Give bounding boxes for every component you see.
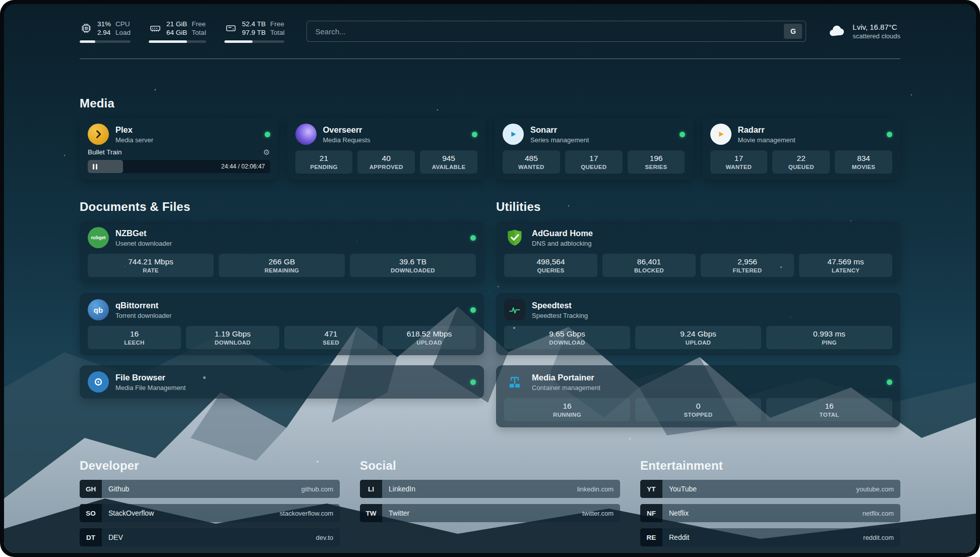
developer-heading: Developer (80, 459, 340, 473)
sonarr-icon (503, 124, 524, 145)
social-heading: Social (360, 459, 620, 473)
qbittorrent-icon: qb (88, 299, 109, 320)
stat-value: 834 (836, 153, 891, 163)
bookmark-stackoverflow[interactable]: SO StackOverflow stackoverflow.com (80, 504, 340, 522)
disk-total-label: Total (270, 28, 285, 37)
stat-tile: 16 LEECH (88, 326, 181, 349)
bookmark-name: Reddit (669, 533, 689, 541)
overseerr-icon (295, 124, 317, 145)
card-subtitle: Movie management (738, 136, 795, 144)
card-title: Radarr (738, 125, 795, 135)
stat-label: UPLOAD (384, 340, 475, 346)
status-dot (887, 132, 892, 137)
status-dot (887, 379, 892, 385)
stat-value: 1.19 Gbps (187, 329, 278, 339)
stat-label: LEECH (89, 340, 180, 346)
stat-label: QUERIES (505, 267, 596, 273)
stat-label: BLOCKED (603, 267, 695, 273)
stat-value: 471 (285, 329, 377, 339)
stat-value: 0.993 ms (767, 329, 891, 339)
search-input[interactable] (314, 27, 784, 36)
stat-value: 21 (296, 153, 352, 163)
stat-tile: 471 SEED (284, 326, 378, 349)
entertainment-heading: Entertainment (640, 459, 900, 473)
stat-label: SERIES (629, 164, 684, 170)
bookmark-name: Twitter (389, 509, 409, 517)
service-card-qbittorrent[interactable]: qb qBittorrent Torrent downloader 16 LEE… (80, 293, 484, 355)
gear-icon[interactable]: ⚙ (263, 148, 270, 156)
pause-icon (93, 164, 97, 170)
stat-value: 498,564 (505, 257, 596, 266)
service-card-overseerr[interactable]: Overseerr Media Requests 21 PENDING 40 A… (287, 118, 486, 180)
search-provider-button[interactable]: G (784, 24, 802, 39)
stat-tile: 2,956 FILTERED (701, 254, 794, 277)
card-title: Speedtest (532, 301, 588, 310)
service-card-portainer[interactable]: Media Portainer Container management 16 … (496, 365, 900, 427)
card-title: Overseerr (323, 125, 371, 135)
service-card-speedtest[interactable]: Speedtest Speedtest Tracking 9.65 Gbps D… (496, 293, 900, 355)
service-card-adguard[interactable]: AdGuard Home DNS and adblocking 498,564 … (496, 221, 900, 283)
section-utilities: Utilities AdGuard Home (496, 200, 900, 427)
disk-total-value: 97.9 TB (242, 28, 266, 37)
stat-tile: 9.24 Gbps UPLOAD (635, 326, 761, 349)
stat-value: 40 (358, 153, 414, 163)
service-card-nzbget[interactable]: nzbget NZBGet Usenet downloader 744.21 M… (80, 221, 484, 283)
plex-icon (88, 124, 109, 145)
card-subtitle: Container management (532, 384, 600, 392)
bookmark-reddit[interactable]: RE Reddit reddit.com (640, 528, 900, 546)
stat-tile: 744.21 Mbps RATE (88, 254, 214, 277)
stat-value: 266 GB (220, 257, 344, 266)
card-subtitle: Media Requests (323, 136, 371, 144)
stat-tile: 39.6 TB DOWNLOADED (350, 254, 476, 277)
stat-tile: 0 STOPPED (635, 398, 761, 421)
filebrowser-icon (88, 371, 109, 393)
bookmark-dev[interactable]: DT DEV dev.to (80, 528, 340, 546)
now-playing-title: Bullet Train (88, 148, 122, 156)
stat-value: 744.21 Mbps (89, 257, 213, 266)
metric-disk: 52.4 TB 97.9 TB Free Total (224, 20, 285, 43)
stat-tile: 40 APPROVED (357, 150, 415, 174)
stat-tile: 0.993 ms PING (766, 326, 892, 349)
bookmark-youtube[interactable]: YT YouTube youtube.com (640, 480, 900, 498)
service-card-sonarr[interactable]: Sonarr Series management 485 WANTED 17 Q… (495, 118, 693, 180)
card-subtitle: Series management (530, 136, 589, 144)
cpu-load-value: 2.94 (97, 28, 111, 37)
status-dot (472, 132, 477, 137)
stat-tile: 196 SERIES (628, 150, 685, 174)
cpu-value: 31% (97, 20, 111, 28)
stat-value: 39.6 TB (351, 257, 475, 266)
stat-value: 16 (767, 401, 891, 411)
bookmark-netflix[interactable]: NF Netflix netflix.com (640, 504, 900, 522)
bookmark-github[interactable]: GH Github github.com (80, 480, 340, 498)
service-card-filebrowser[interactable]: File Browser Media File Management (80, 365, 484, 399)
stat-value: 9.65 Gbps (505, 329, 629, 339)
service-card-plex[interactable]: Plex Media server Bullet Train ⚙ 24:44 /… (80, 118, 278, 180)
adguard-icon (504, 227, 525, 248)
bookmark-linkedin[interactable]: LI LinkedIn linkedin.com (360, 480, 620, 498)
bookmark-name: DEV (108, 533, 123, 541)
search-bar[interactable]: G (307, 21, 806, 42)
media-heading: Media (80, 96, 900, 110)
status-dot (470, 379, 476, 385)
memory-total-label: Total (192, 28, 206, 37)
stat-tile: 16 RUNNING (504, 398, 630, 421)
service-card-radarr[interactable]: Radarr Movie management 17 WANTED 22 QUE… (702, 118, 901, 180)
memory-free-value: 21 GiB (166, 20, 187, 28)
portainer-icon (504, 371, 525, 393)
cpu-label: CPU (115, 20, 131, 28)
nzbget-icon: nzbget (88, 227, 109, 248)
stat-label: DOWNLOADED (351, 267, 475, 273)
desktop: 31% 2.94 CPU Load (0, 0, 980, 557)
stat-tile: 16 TOTAL (766, 398, 892, 421)
playback-progressbar: 24:44 / 02:06:47 (88, 160, 270, 173)
cpu-progressbar (80, 40, 131, 43)
stat-tile: 86,401 BLOCKED (602, 254, 696, 277)
stat-tile: 22 QUEUED (772, 150, 830, 174)
stat-label: AVAILABLE (421, 164, 476, 170)
bookmark-twitter[interactable]: TW Twitter twitter.com (360, 504, 620, 522)
stat-label: RUNNING (505, 412, 629, 418)
stat-tile: 21 PENDING (295, 150, 353, 174)
stat-value: 22 (773, 153, 829, 163)
card-subtitle: Speedtest Tracking (532, 312, 588, 319)
stat-label: MOVIES (836, 164, 891, 170)
